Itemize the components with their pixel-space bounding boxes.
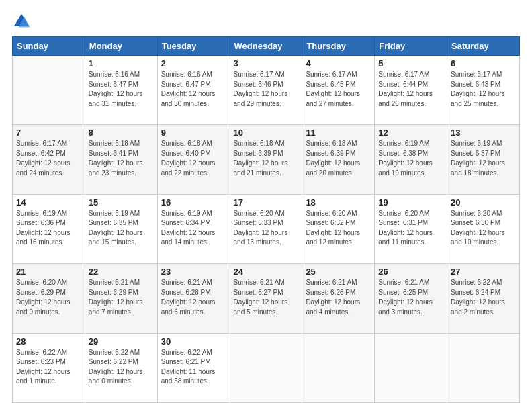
weekday-header-saturday: Saturday [447,37,520,56]
day-info: Sunrise: 6:20 AM Sunset: 6:31 PM Dayligh… [378,209,443,248]
day-number: 15 [89,197,154,208]
calendar-cell: 17Sunrise: 6:20 AM Sunset: 6:33 PM Dayli… [230,194,302,263]
calendar-header-row: SundayMondayTuesdayWednesdayThursdayFrid… [13,37,520,56]
calendar-cell: 26Sunrise: 6:21 AM Sunset: 6:25 PM Dayli… [375,264,447,333]
day-info: Sunrise: 6:18 AM Sunset: 6:39 PM Dayligh… [306,139,371,178]
day-info: Sunrise: 6:19 AM Sunset: 6:37 PM Dayligh… [451,139,516,178]
day-number: 7 [16,128,81,138]
calendar-cell: 6Sunrise: 6:17 AM Sunset: 6:43 PM Daylig… [447,56,520,125]
weekday-header-thursday: Thursday [302,37,375,56]
day-info: Sunrise: 6:19 AM Sunset: 6:36 PM Dayligh… [16,209,81,248]
calendar-cell [13,56,85,125]
calendar-cell: 29Sunrise: 6:22 AM Sunset: 6:22 PM Dayli… [85,333,157,402]
day-number: 22 [89,267,154,277]
calendar-cell: 23Sunrise: 6:21 AM Sunset: 6:28 PM Dayli… [157,264,230,333]
weekday-header-tuesday: Tuesday [157,37,230,56]
calendar-cell: 22Sunrise: 6:21 AM Sunset: 6:29 PM Dayli… [85,264,157,333]
calendar-week-3: 14Sunrise: 6:19 AM Sunset: 6:36 PM Dayli… [13,194,520,263]
day-number: 26 [378,267,443,277]
day-number: 12 [378,128,443,138]
day-number: 28 [16,336,81,347]
calendar-cell [302,333,375,402]
calendar-cell: 14Sunrise: 6:19 AM Sunset: 6:36 PM Dayli… [13,194,85,263]
day-number: 5 [378,58,443,68]
day-number: 19 [378,197,443,208]
day-number: 2 [161,58,226,68]
page: SundayMondayTuesdayWednesdayThursdayFrid… [0,0,532,411]
day-info: Sunrise: 6:20 AM Sunset: 6:32 PM Dayligh… [306,209,371,248]
calendar-cell: 9Sunrise: 6:18 AM Sunset: 6:40 PM Daylig… [157,125,230,194]
day-number: 30 [161,336,226,347]
calendar-week-5: 28Sunrise: 6:22 AM Sunset: 6:23 PM Dayli… [13,333,520,402]
calendar-cell: 12Sunrise: 6:19 AM Sunset: 6:38 PM Dayli… [375,125,447,194]
calendar-cell: 15Sunrise: 6:19 AM Sunset: 6:35 PM Dayli… [85,194,157,263]
calendar-week-2: 7Sunrise: 6:17 AM Sunset: 6:42 PM Daylig… [13,125,520,194]
day-number: 20 [451,197,516,208]
calendar-week-4: 21Sunrise: 6:20 AM Sunset: 6:29 PM Dayli… [13,264,520,333]
day-number: 14 [16,197,81,208]
day-number: 27 [451,267,516,277]
day-info: Sunrise: 6:22 AM Sunset: 6:21 PM Dayligh… [161,348,226,387]
day-number: 13 [451,128,516,138]
day-number: 18 [306,197,371,208]
day-number: 24 [234,267,299,277]
day-info: Sunrise: 6:19 AM Sunset: 6:34 PM Dayligh… [161,209,226,248]
day-info: Sunrise: 6:22 AM Sunset: 6:23 PM Dayligh… [16,348,81,387]
calendar-cell: 18Sunrise: 6:20 AM Sunset: 6:32 PM Dayli… [302,194,375,263]
calendar-cell: 19Sunrise: 6:20 AM Sunset: 6:31 PM Dayli… [375,194,447,263]
day-info: Sunrise: 6:17 AM Sunset: 6:42 PM Dayligh… [16,139,81,178]
day-info: Sunrise: 6:20 AM Sunset: 6:29 PM Dayligh… [16,278,81,317]
day-info: Sunrise: 6:20 AM Sunset: 6:30 PM Dayligh… [451,209,516,248]
day-number: 21 [16,267,81,277]
day-number: 9 [161,128,226,138]
calendar-cell: 13Sunrise: 6:19 AM Sunset: 6:37 PM Dayli… [447,125,520,194]
day-info: Sunrise: 6:21 AM Sunset: 6:26 PM Dayligh… [306,278,371,317]
logo-icon [12,12,31,31]
calendar-cell: 10Sunrise: 6:18 AM Sunset: 6:39 PM Dayli… [230,125,302,194]
day-number: 1 [89,58,154,68]
day-info: Sunrise: 6:17 AM Sunset: 6:43 PM Dayligh… [451,70,516,109]
day-info: Sunrise: 6:17 AM Sunset: 6:45 PM Dayligh… [306,70,371,109]
day-info: Sunrise: 6:17 AM Sunset: 6:46 PM Dayligh… [234,70,299,109]
calendar-cell: 11Sunrise: 6:18 AM Sunset: 6:39 PM Dayli… [302,125,375,194]
calendar-cell: 3Sunrise: 6:17 AM Sunset: 6:46 PM Daylig… [230,56,302,125]
day-info: Sunrise: 6:22 AM Sunset: 6:24 PM Dayligh… [451,278,516,317]
day-info: Sunrise: 6:18 AM Sunset: 6:41 PM Dayligh… [89,139,154,178]
calendar-cell: 20Sunrise: 6:20 AM Sunset: 6:30 PM Dayli… [447,194,520,263]
day-info: Sunrise: 6:21 AM Sunset: 6:27 PM Dayligh… [234,278,299,317]
weekday-header-friday: Friday [375,37,447,56]
logo [12,12,34,31]
header [12,12,520,31]
calendar-cell: 7Sunrise: 6:17 AM Sunset: 6:42 PM Daylig… [13,125,85,194]
calendar-week-1: 1Sunrise: 6:16 AM Sunset: 6:47 PM Daylig… [13,56,520,125]
day-number: 29 [89,336,154,347]
day-info: Sunrise: 6:20 AM Sunset: 6:33 PM Dayligh… [234,209,299,248]
calendar-cell: 30Sunrise: 6:22 AM Sunset: 6:21 PM Dayli… [157,333,230,402]
day-info: Sunrise: 6:18 AM Sunset: 6:39 PM Dayligh… [234,139,299,178]
calendar-cell: 1Sunrise: 6:16 AM Sunset: 6:47 PM Daylig… [85,56,157,125]
day-info: Sunrise: 6:21 AM Sunset: 6:28 PM Dayligh… [161,278,226,317]
calendar-cell: 4Sunrise: 6:17 AM Sunset: 6:45 PM Daylig… [302,56,375,125]
day-info: Sunrise: 6:18 AM Sunset: 6:40 PM Dayligh… [161,139,226,178]
calendar-cell: 27Sunrise: 6:22 AM Sunset: 6:24 PM Dayli… [447,264,520,333]
day-info: Sunrise: 6:16 AM Sunset: 6:47 PM Dayligh… [161,70,226,109]
weekday-header-sunday: Sunday [13,37,85,56]
day-number: 8 [89,128,154,138]
weekday-header-monday: Monday [85,37,157,56]
day-info: Sunrise: 6:21 AM Sunset: 6:25 PM Dayligh… [378,278,443,317]
calendar-cell: 28Sunrise: 6:22 AM Sunset: 6:23 PM Dayli… [13,333,85,402]
calendar-cell: 5Sunrise: 6:17 AM Sunset: 6:44 PM Daylig… [375,56,447,125]
day-info: Sunrise: 6:19 AM Sunset: 6:35 PM Dayligh… [89,209,154,248]
day-number: 11 [306,128,371,138]
day-number: 16 [161,197,226,208]
day-number: 25 [306,267,371,277]
calendar-cell: 2Sunrise: 6:16 AM Sunset: 6:47 PM Daylig… [157,56,230,125]
day-info: Sunrise: 6:21 AM Sunset: 6:29 PM Dayligh… [89,278,154,317]
day-number: 10 [234,128,299,138]
day-info: Sunrise: 6:19 AM Sunset: 6:38 PM Dayligh… [378,139,443,178]
day-number: 3 [234,58,299,68]
weekday-header-wednesday: Wednesday [230,37,302,56]
calendar-table: SundayMondayTuesdayWednesdayThursdayFrid… [12,36,520,403]
day-number: 4 [306,58,371,68]
calendar-cell: 25Sunrise: 6:21 AM Sunset: 6:26 PM Dayli… [302,264,375,333]
